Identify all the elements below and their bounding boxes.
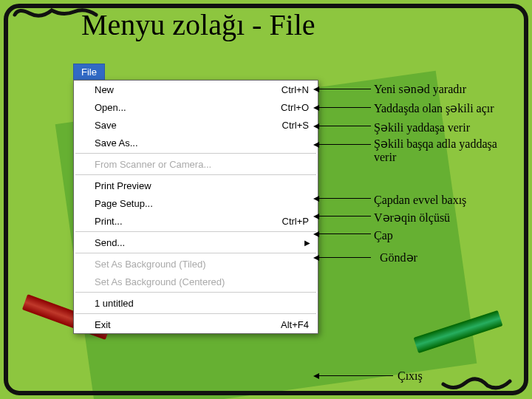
menu-label: Page Setup... <box>95 198 313 209</box>
leader-line <box>319 257 371 258</box>
annotation-save: Şəkili yaddaşa verir <box>374 121 470 134</box>
menu-separator <box>75 231 316 232</box>
menu-separator <box>75 292 316 293</box>
menu-label: Print... <box>95 216 282 227</box>
menu-item-print-preview[interactable]: Print Preview <box>74 177 318 194</box>
menu-file-tab[interactable]: File <box>73 64 105 81</box>
leader-line <box>319 198 371 199</box>
menu-shortcut: Ctrl+O <box>281 102 313 113</box>
menu-shortcut: Ctrl+N <box>282 84 313 95</box>
menu-item-page-setup[interactable]: Page Setup... <box>74 194 318 212</box>
menu-item-bg-tiled: Set As Background (Tiled) <box>74 255 318 273</box>
leader-line <box>319 216 371 216</box>
file-menu-dropdown: New Ctrl+N Open... Ctrl+O Save Ctrl+S Sa… <box>73 80 318 334</box>
menu-label: Print Preview <box>95 180 313 191</box>
menu-label: Send... <box>95 237 304 248</box>
menu-separator <box>75 313 316 314</box>
menu-label: Set As Background (Tiled) <box>95 259 313 270</box>
page-title: Menyu zolağı - File <box>81 7 316 42</box>
menu-shortcut: Alt+F4 <box>281 319 313 330</box>
menu-label: Save <box>95 120 282 131</box>
leader-line <box>319 233 371 234</box>
menu-item-save-as[interactable]: Save As... <box>74 134 318 151</box>
annotation-saveas: Şəkili başqa adla yaddaşa verir <box>374 137 507 164</box>
leader-line <box>319 89 371 89</box>
menu-shortcut: Ctrl+S <box>282 120 313 131</box>
leader-line <box>319 375 393 376</box>
menu-item-new[interactable]: New Ctrl+N <box>74 81 318 98</box>
annotation-send: Göndər <box>380 251 417 265</box>
annotation-exit: Çıxış <box>398 369 423 383</box>
menu-label: 1 untitled <box>95 298 313 309</box>
menu-label: New <box>95 84 282 95</box>
menu-label: Exit <box>95 319 281 330</box>
leader-line <box>319 107 371 108</box>
menu-item-open[interactable]: Open... Ctrl+O <box>74 98 318 116</box>
menu-item-recent1[interactable]: 1 untitled <box>74 294 318 312</box>
menu-label: Save As... <box>95 137 313 149</box>
annotation-preview: Çapdan evvel baxış <box>374 194 466 207</box>
menu-label: Open... <box>95 102 281 113</box>
menu-item-send[interactable]: Send... ▶ <box>74 233 318 251</box>
annotation-open: Yaddaşda olan şəkili açır <box>374 102 494 115</box>
menu-item-bg-centered: Set As Background (Centered) <box>74 273 318 290</box>
menu-label: From Scanner or Camera... <box>95 159 313 170</box>
menu-label: Set As Background (Centered) <box>95 276 313 287</box>
leader-line <box>319 126 371 126</box>
menu-item-save[interactable]: Save Ctrl+S <box>74 116 318 134</box>
annotation-pagesetup: Vərəqin ölçüsü <box>374 211 450 225</box>
menu-separator <box>75 153 316 154</box>
annotation-print: Çap <box>374 229 393 242</box>
annotation-new: Yeni sənəd yaradır <box>374 83 466 96</box>
menu-item-scanner: From Scanner or Camera... <box>74 155 318 173</box>
leader-line <box>319 144 371 145</box>
menu-item-print[interactable]: Print... Ctrl+P <box>74 212 318 230</box>
menu-shortcut: Ctrl+P <box>282 216 313 227</box>
submenu-arrow-icon: ▶ <box>304 239 313 247</box>
menu-item-exit[interactable]: Exit Alt+F4 <box>74 316 318 333</box>
menu-separator <box>75 253 316 253</box>
menu-separator <box>75 174 316 175</box>
